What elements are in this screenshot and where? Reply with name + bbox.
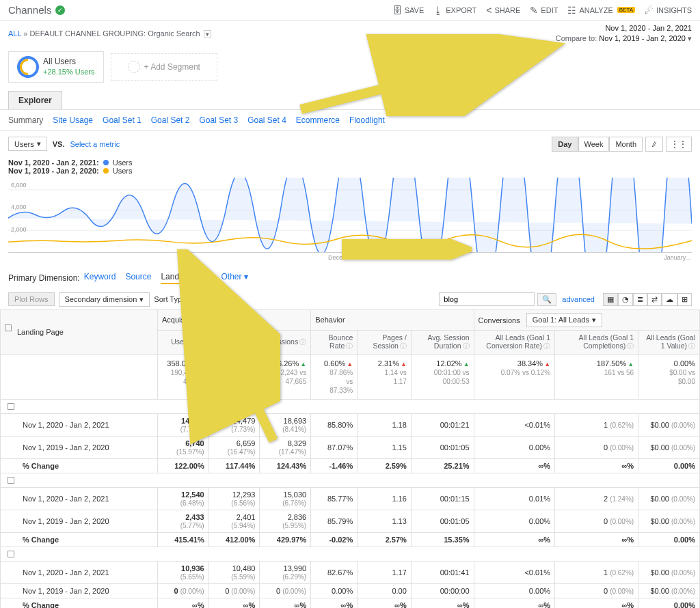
share-icon: < xyxy=(486,5,492,16)
chart-type-icon[interactable]: ⫽ xyxy=(645,137,663,152)
table-filter-row: Plot Rows Secondary dimension ▾ Sort Typ… xyxy=(0,290,700,309)
chart-motion-icon[interactable]: ⋮⋮ xyxy=(666,137,692,152)
link-goal4[interactable]: Goal Set 4 xyxy=(247,115,286,125)
view-pivot-icon[interactable]: ⊞ xyxy=(677,293,692,306)
view-performance-icon[interactable]: ≣ xyxy=(633,293,647,306)
time-day[interactable]: Day xyxy=(552,137,578,152)
table-change-row: % Change ∞%∞%∞% ∞%∞%∞% ∞%∞%0.00% xyxy=(1,598,700,608)
segment-all-users[interactable]: All Users +28.15% Users xyxy=(8,51,104,83)
col-completions[interactable]: All Leads (Goal 1 Completions)ⓘ xyxy=(555,330,638,354)
dim-source[interactable]: Source xyxy=(125,272,151,284)
time-week[interactable]: Week xyxy=(578,137,610,152)
metric-dropdown[interactable]: Users ▾ xyxy=(8,137,47,151)
sub-header: ALL » DEFAULT CHANNEL GROUPING: Organic … xyxy=(0,20,700,46)
link-goal2[interactable]: Goal Set 2 xyxy=(151,115,190,125)
col-value[interactable]: All Leads (Goal 1 Value)ⓘ xyxy=(638,330,700,354)
col-group-conversions: Conversions Goal 1: All Leads ▾ xyxy=(474,309,699,330)
segment-delta: +28.15% Users xyxy=(43,67,95,77)
page-title: Channels ✓ xyxy=(8,4,65,16)
link-ecommerce[interactable]: Ecommerce xyxy=(296,115,340,125)
line-chart: 6,000 4,000 2,000 xyxy=(8,178,692,253)
segments-row: All Users +28.15% Users + Add Segment xyxy=(0,46,700,91)
breadcrumb: ALL » DEFAULT CHANNEL GROUPING: Organic … xyxy=(8,29,211,38)
analyze-icon: ☷ xyxy=(567,5,576,16)
link-goal3[interactable]: Goal Set 3 xyxy=(199,115,238,125)
header-actions: 🗄SAVE ⭳EXPORT <SHARE ✎EDIT ☷ANALYZEBETA … xyxy=(392,5,692,16)
vs-label: VS. xyxy=(53,140,65,148)
edit-icon: ✎ xyxy=(530,5,538,16)
donut-icon xyxy=(17,56,39,78)
verified-icon: ✓ xyxy=(55,5,65,15)
edit-button[interactable]: ✎EDIT xyxy=(530,5,558,16)
table-change-row: % Change 415.41%412.00%429.97% -0.02%2.5… xyxy=(1,533,700,547)
plot-rows-button: Plot Rows xyxy=(8,292,55,306)
view-percentage-icon[interactable]: ◔ xyxy=(618,293,633,306)
view-icons: ▦ ◔ ≣ ⇄ ☁ ⊞ xyxy=(603,293,692,306)
breadcrumb-path: DEFAULT CHANNEL GROUPING: Organic Search xyxy=(29,29,200,38)
col-users[interactable]: Usersⓘ↓ xyxy=(158,330,209,354)
insights-icon: ☄ xyxy=(645,5,654,16)
chart-x-axis: December 2020January... xyxy=(0,253,700,266)
col-group-behavior: Behavior xyxy=(311,309,474,330)
col-landing-page[interactable]: Landing Page xyxy=(1,309,158,354)
link-summary[interactable]: Summary xyxy=(8,115,43,125)
view-table-icon[interactable]: ▦ xyxy=(603,293,618,306)
insights-button[interactable]: ☄INSIGHTS xyxy=(645,5,692,16)
summary-row: 358.01%▲190,416 vs41,575 363.53%▲187,368… xyxy=(1,354,700,400)
col-sessions[interactable]: Sessionsⓘ xyxy=(260,330,311,354)
segment-label: All Users xyxy=(43,57,95,68)
secondary-dimension-dropdown[interactable]: Secondary dimension ▾ xyxy=(59,292,150,307)
legend-dot-orange xyxy=(103,168,109,174)
chart-legend: Nov 1, 2020 - Jan 2, 2021: Users Nov 1, … xyxy=(0,157,700,178)
table-row: Nov 1, 2019 - Jan 2, 2020 2,433 (5.77%) … xyxy=(1,510,700,533)
col-conv-rate[interactable]: All Leads (Goal 1 Conversion Rate)ⓘ xyxy=(474,330,554,354)
primary-dimension-row: Primary Dimension: Keyword Source Landin… xyxy=(0,266,700,290)
tab-explorer[interactable]: Explorer xyxy=(8,91,62,109)
col-new-users[interactable]: New Usersⓘ xyxy=(208,330,260,354)
view-term-cloud-icon[interactable]: ☁ xyxy=(662,293,677,306)
search-input[interactable] xyxy=(439,292,535,306)
table-row-header[interactable] xyxy=(1,400,700,414)
sort-type-dropdown[interactable]: Default ▾ xyxy=(192,292,235,307)
breadcrumb-all[interactable]: ALL xyxy=(8,29,21,38)
save-button[interactable]: 🗄SAVE xyxy=(392,5,425,16)
save-icon: 🗄 xyxy=(392,5,402,16)
chart-controls: Users ▾ VS. Select a metric Day Week Mon… xyxy=(0,131,700,157)
dim-other[interactable]: Other ▾ xyxy=(221,272,248,284)
export-button[interactable]: ⭳EXPORT xyxy=(433,5,476,16)
table-row: Nov 1, 2020 - Jan 2, 2021 10,936 (5.65%)… xyxy=(1,562,700,584)
select-metric-link[interactable]: Select a metric xyxy=(70,140,120,148)
beta-badge: BETA xyxy=(617,7,635,13)
legend-dot-blue xyxy=(103,160,109,165)
table-change-row: % Change 122.00%117.44%124.43% -1.46%2.5… xyxy=(1,459,700,473)
header-bar: Channels ✓ 🗄SAVE ⭳EXPORT <SHARE ✎EDIT ☷A… xyxy=(0,0,700,20)
share-button[interactable]: <SHARE xyxy=(486,5,520,16)
metric-links: Summary Site Usage Goal Set 1 Goal Set 2… xyxy=(0,109,700,131)
table-row: Nov 1, 2020 - Jan 2, 2021 12,540 (6.48%)… xyxy=(1,488,700,510)
breadcrumb-dropdown[interactable]: ▾ xyxy=(204,30,211,38)
conversions-dropdown[interactable]: Goal 1: All Leads ▾ xyxy=(526,313,602,327)
link-site-usage[interactable]: Site Usage xyxy=(53,115,93,125)
table-row: Nov 1, 2019 - Jan 2, 2020 0 (0.00%) 0 (0… xyxy=(1,584,700,598)
table-row-header[interactable] xyxy=(1,547,700,562)
col-bounce[interactable]: Bounce Rateⓘ xyxy=(311,330,358,354)
col-duration[interactable]: Avg. Session Durationⓘ xyxy=(411,330,474,354)
date-range-picker[interactable]: Nov 1, 2020 - Jan 2, 2021 Compare to: No… xyxy=(556,23,692,44)
data-table: Landing Page Acquisition Behavior Conver… xyxy=(0,309,700,608)
search-button[interactable]: 🔍 xyxy=(537,293,556,306)
advanced-link[interactable]: advanced xyxy=(562,295,595,303)
add-circle-icon xyxy=(128,61,140,73)
table-row: Nov 1, 2019 - Jan 2, 2020 6,740 (15.97%)… xyxy=(1,437,700,459)
add-segment-button[interactable]: + Add Segment xyxy=(111,53,217,81)
dim-landing-page[interactable]: Landing Page xyxy=(161,272,211,284)
view-comparison-icon[interactable]: ⇄ xyxy=(647,293,662,306)
tab-strip: Explorer xyxy=(0,91,700,109)
dim-keyword[interactable]: Keyword xyxy=(84,272,116,284)
col-pages[interactable]: Pages / Sessionⓘ xyxy=(358,330,412,354)
time-month[interactable]: Month xyxy=(609,137,643,152)
table-row-header[interactable] xyxy=(1,473,700,488)
table-row: Nov 1, 2020 - Jan 2, 2021 14,963 (7.73%)… xyxy=(1,414,700,437)
analyze-button[interactable]: ☷ANALYZEBETA xyxy=(567,5,635,16)
link-goal1[interactable]: Goal Set 1 xyxy=(103,115,142,125)
link-floodlight[interactable]: Floodlight xyxy=(349,115,385,125)
